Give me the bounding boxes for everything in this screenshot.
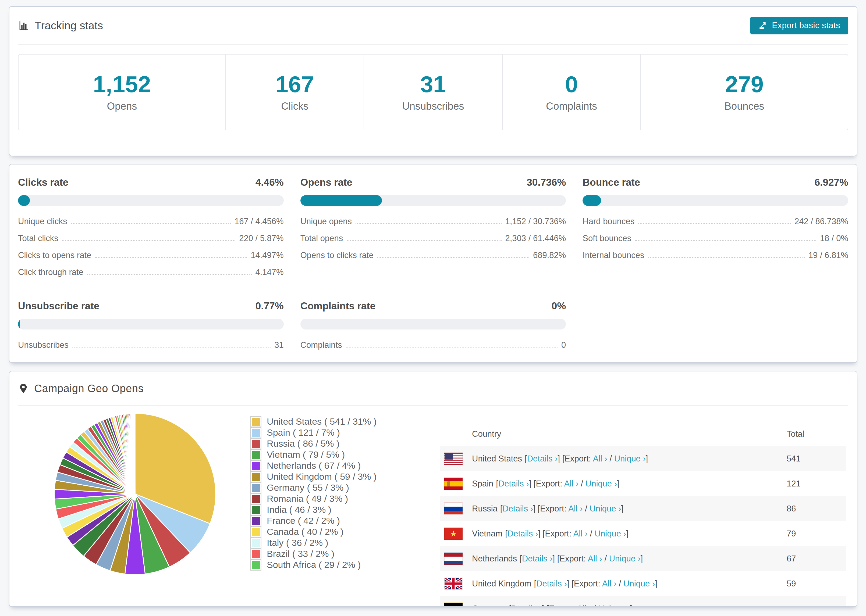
detail-row: Unique clicks167 / 4.456%: [18, 217, 284, 226]
dotted-leader: [71, 223, 231, 224]
country-name: Germany: [472, 604, 506, 607]
rate-section-clicks-rate: Clicks rate 4.46% Unique clicks167 / 4.4…: [18, 177, 284, 284]
dotted-leader: [95, 257, 247, 258]
total-value: 79: [787, 529, 846, 539]
country-name: Spain: [472, 479, 493, 488]
legend-item-canada[interactable]: Canada ( 40 / 2% ): [250, 526, 376, 537]
details-link[interactable]: Details ›: [507, 529, 538, 538]
stat-value: 31: [420, 72, 446, 96]
export-all-link[interactable]: All ›: [564, 479, 578, 488]
details-link[interactable]: Details ›: [527, 454, 558, 464]
legend-item-netherlands[interactable]: Netherlands ( 67 / 4% ): [250, 460, 376, 471]
legend-swatch: [250, 427, 261, 438]
rate-value: 0%: [552, 300, 566, 312]
rate-progress-bar: [301, 195, 566, 206]
stat-cell-opens: 1,152 Opens: [19, 55, 226, 130]
detail-row: Unsubscribes31: [18, 340, 284, 350]
geo-header: Campaign Geo Opens: [18, 371, 848, 406]
details-link[interactable]: Details ›: [536, 579, 567, 588]
legend-label: Netherlands ( 67 / 4% ): [267, 460, 361, 471]
geo-table-row-vietnam: ★Vietnam[Details ›] [Export: All › / Uni…: [440, 521, 846, 546]
legend-item-spain[interactable]: Spain ( 121 / 7% ): [250, 427, 376, 438]
legend-item-united-kingdom[interactable]: United Kingdom ( 59 / 3% ): [250, 471, 376, 482]
legend-swatch: [250, 559, 261, 570]
export-all-link[interactable]: All ›: [573, 529, 587, 538]
geo-title-wrap: Campaign Geo Opens: [18, 382, 143, 394]
legend-item-italy[interactable]: Italy ( 36 / 2% ): [250, 537, 376, 548]
legend-label: Romania ( 49 / 3% ): [267, 493, 348, 504]
legend-swatch: [250, 526, 261, 537]
legend-swatch: [250, 438, 261, 449]
rate-value: 30.736%: [527, 177, 566, 188]
flag-icon-us: [444, 453, 463, 465]
campaign-geo-opens-card: Campaign Geo Opens United States ( 541 /…: [9, 371, 857, 607]
legend-item-germany[interactable]: Germany ( 55 / 3% ): [250, 482, 376, 493]
export-unique-link[interactable]: Unique ›: [598, 604, 630, 607]
legend-label: Canada ( 40 / 2% ): [267, 526, 343, 537]
details-link[interactable]: Details ›: [511, 604, 542, 607]
legend-label: Russia ( 86 / 5% ): [267, 438, 339, 449]
legend-item-romania[interactable]: Romania ( 49 / 3% ): [250, 493, 376, 504]
export-unique-link[interactable]: Unique ›: [595, 529, 626, 538]
export-all-link[interactable]: All ›: [577, 604, 591, 607]
stat-label: Clicks: [281, 101, 308, 112]
legend-item-russia[interactable]: Russia ( 86 / 5% ): [250, 438, 376, 449]
legend-item-south-africa[interactable]: South Africa ( 29 / 2% ): [250, 559, 376, 570]
export-all-link[interactable]: All ›: [602, 579, 616, 588]
stat-cell-complaints: 0 Complaints: [503, 55, 641, 130]
total-value: 86: [787, 504, 846, 514]
export-basic-stats-button[interactable]: Export basic stats: [750, 17, 848, 35]
rate-title: Bounce rate: [583, 177, 640, 188]
rate-progress-bar: [301, 319, 566, 330]
stat-label: Bounces: [724, 101, 764, 112]
rate-progress-bar: [18, 195, 284, 206]
flag-icon-gb: [444, 578, 463, 590]
legend-item-india[interactable]: India ( 46 / 3% ): [250, 504, 376, 515]
pie-slice-other[interactable]: [134, 413, 135, 494]
stat-cell-unsubscribes: 31 Unsubscribes: [364, 55, 503, 130]
rates-card: Clicks rate 4.46% Unique clicks167 / 4.4…: [9, 164, 857, 363]
detail-row: Internal bounces19 / 6.81%: [583, 250, 848, 260]
rate-progress-bar: [583, 195, 848, 206]
legend-swatch: [250, 471, 261, 482]
export-all-link[interactable]: All ›: [568, 504, 583, 513]
country-name: Vietnam: [472, 529, 502, 538]
legend-item-brazil[interactable]: Brazil ( 33 / 2% ): [250, 548, 376, 559]
legend-item-vietnam[interactable]: Vietnam ( 79 / 5% ): [250, 449, 376, 460]
export-all-link[interactable]: All ›: [593, 454, 607, 464]
export-unique-link[interactable]: Unique ›: [614, 454, 646, 464]
legend-swatch: [250, 504, 261, 515]
flag-icon-nl: [444, 553, 463, 565]
legend-label: Italy ( 36 / 2% ): [267, 537, 328, 548]
export-unique-link[interactable]: Unique ›: [609, 554, 641, 563]
legend-swatch: [250, 537, 261, 548]
details-link[interactable]: Details ›: [498, 479, 529, 488]
legend-label: United States ( 541 / 31% ): [267, 416, 376, 427]
rate-progress-bar: [18, 319, 284, 330]
legend-label: Germany ( 55 / 3% ): [267, 482, 349, 493]
details-link[interactable]: Details ›: [502, 504, 533, 513]
geo-table-row-united-kingdom: United Kingdom[Details ›] [Export: All ›…: [440, 571, 846, 596]
rate-section-complaints-rate: Complaints rate 0% Complaints0: [301, 300, 566, 357]
tracking-stats-header: Tracking stats Export basic stats: [18, 7, 848, 45]
detail-row: Total opens2,303 / 61.446%: [301, 234, 566, 243]
details-link[interactable]: Details ›: [522, 554, 553, 563]
legend-label: Vietnam ( 79 / 5% ): [267, 449, 345, 460]
tracking-stats-card: Tracking stats Export basic stats 1,152 …: [9, 6, 857, 156]
legend-item-france[interactable]: France ( 42 / 2% ): [250, 515, 376, 526]
dotted-leader: [347, 240, 501, 241]
export-all-link[interactable]: All ›: [587, 554, 602, 563]
flag-icon-de: [444, 603, 463, 607]
export-unique-link[interactable]: Unique ›: [624, 579, 655, 588]
legend-label: United Kingdom ( 59 / 3% ): [267, 471, 376, 482]
geo-opens-table: Country Total United States[Details ›] […: [440, 422, 846, 607]
total-value: 541: [787, 454, 846, 464]
legend-item-united-states[interactable]: United States ( 541 / 31% ): [250, 416, 376, 427]
export-unique-link[interactable]: Unique ›: [589, 504, 621, 513]
rate-title: Opens rate: [301, 177, 352, 188]
stat-label: Unsubscribes: [402, 101, 464, 112]
export-unique-link[interactable]: Unique ›: [586, 479, 617, 488]
geo-table-row-netherlands: Netherlands[Details ›] [Export: All › / …: [440, 546, 846, 571]
geo-content: United States ( 541 / 31% ) Spain ( 121 …: [18, 406, 848, 605]
rate-section-opens-rate: Opens rate 30.736% Unique opens1,152 / 3…: [301, 177, 566, 284]
